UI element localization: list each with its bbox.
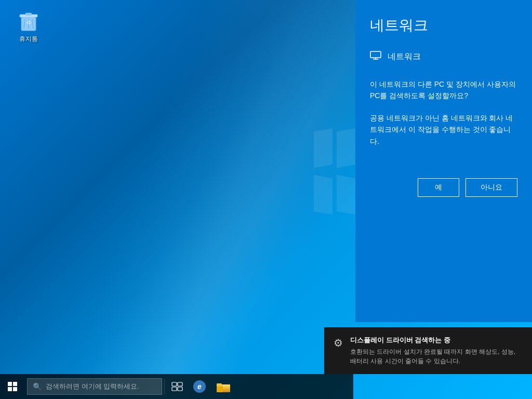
edge-taskbar-button[interactable]: e (188, 374, 211, 399)
svg-text:♻: ♻ (26, 20, 31, 25)
svg-rect-11 (178, 382, 182, 386)
notification-toast: ⚙ 디스플레이 드라이버 검색하는 중 호환되는 드라이버 설치가 완료될 때까… (324, 327, 532, 374)
taskbar: 🔍 검색하려면 여기에 입력하세요. e (0, 374, 353, 399)
description-1: 이 네트워크의 다른 PC 및 장치에서 사용자의 PC를 검색하도록 설정할까… (370, 78, 517, 102)
explorer-taskbar-button[interactable] (211, 374, 235, 399)
search-bar[interactable]: 🔍 검색하려면 여기에 입력하세요. (27, 378, 162, 395)
description-2: 공용 네트워크가 아닌 홈 네트워크와 회사 네트워크에서 이 작업을 수행하는… (370, 112, 517, 147)
network-label-text: 네트워크 (388, 51, 421, 62)
gear-icon: ⚙ (334, 337, 343, 349)
explorer-icon (217, 381, 230, 392)
svg-rect-7 (370, 51, 381, 58)
windows-logo-decoration (314, 130, 355, 213)
recycle-bin-icon[interactable]: ♻ 휴지통 (10, 8, 47, 44)
yes-button[interactable]: 예 (418, 178, 459, 197)
svg-rect-17 (217, 383, 222, 387)
taskbar-separator-1 (164, 379, 165, 394)
edge-icon: e (193, 380, 206, 393)
svg-rect-16 (217, 386, 223, 392)
network-panel: 네트워크 네트워크 이 네트워크의 다른 PC 및 장치에서 사용자의 PC를 … (355, 0, 532, 322)
windows-start-icon (8, 382, 17, 391)
svg-rect-10 (172, 382, 177, 386)
network-row: 네트워크 (370, 51, 517, 63)
task-view-button[interactable] (167, 374, 188, 399)
toast-body: 호환되는 드라이버 설치가 완료될 때까지 화면 해상도, 성능, 배터리 사용… (350, 347, 523, 366)
recycle-bin-image: ♻ (16, 8, 41, 33)
network-icon (370, 51, 381, 63)
recycle-bin-label: 휴지통 (19, 35, 38, 44)
panel-title: 네트워크 (370, 16, 517, 35)
svg-rect-2 (25, 13, 32, 15)
toast-content: 디스플레이 드라이버 검색하는 중 호환되는 드라이버 설치가 완료될 때까지 … (350, 336, 523, 366)
no-button[interactable]: 아니요 (466, 178, 517, 197)
toast-title: 디스플레이 드라이버 검색하는 중 (350, 336, 523, 345)
start-button[interactable] (0, 374, 25, 399)
button-row: 예 아니요 (370, 178, 517, 197)
search-placeholder-text: 검색하려면 여기에 입력하세요. (46, 382, 139, 391)
svg-rect-13 (178, 387, 182, 391)
search-icon: 🔍 (33, 382, 42, 391)
svg-rect-12 (172, 387, 177, 391)
desktop: ♻ 휴지통 네트워크 네트워크 이 네트워크의 다른 PC 및 장치에서 사용자… (0, 0, 532, 399)
